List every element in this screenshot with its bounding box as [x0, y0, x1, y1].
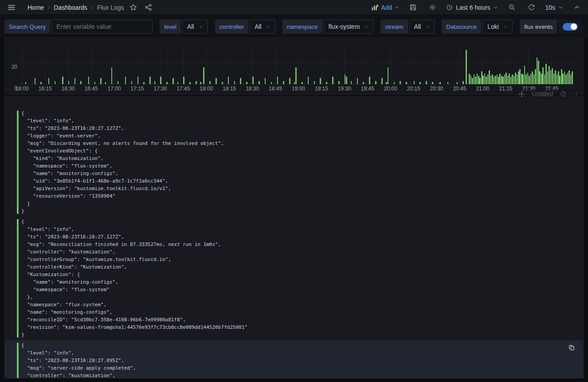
- add-button[interactable]: Add: [371, 4, 399, 11]
- log-volume-bar: [295, 67, 297, 84]
- log-volume-bar: [514, 76, 515, 84]
- log-volume-bar: [125, 77, 126, 84]
- chevron-down-icon: [493, 5, 498, 10]
- log-volume-bar: [561, 69, 562, 84]
- favorite-star-icon[interactable]: [128, 2, 139, 13]
- x-axis-tick-label: 18:45: [269, 86, 282, 92]
- flux-events-label: flux events: [520, 19, 557, 34]
- x-axis-tick-label: 21:00: [476, 86, 489, 92]
- log-volume-bar: [530, 74, 532, 84]
- chevron-down-icon: [394, 5, 399, 10]
- log-volume-bar: [302, 82, 303, 84]
- controller-select[interactable]: All: [250, 19, 275, 34]
- log-volume-bar: [100, 78, 102, 84]
- level-selected-value: All: [187, 23, 194, 30]
- search-query-label: Search Query: [4, 19, 50, 34]
- gridline-vertical: [68, 45, 69, 84]
- toggle-switch[interactable]: [563, 23, 578, 31]
- log-volume-bar: [363, 82, 364, 84]
- log-volume-bar: [252, 77, 254, 84]
- log-volume-bar: [572, 71, 573, 84]
- x-axis-tick-label: 18:00: [200, 86, 213, 92]
- log-volume-bar: [48, 78, 50, 84]
- log-volume-bar: [557, 74, 558, 84]
- log-volume-bar: [570, 74, 572, 84]
- gridline-vertical: [275, 45, 276, 84]
- log-volume-bar: [504, 74, 506, 84]
- log-volume-bar: [535, 69, 536, 84]
- log-volume-bar: [489, 70, 490, 84]
- dashboard-variables-bar: Search Query level All controller All na…: [0, 15, 588, 38]
- stream-select[interactable]: All: [409, 19, 435, 34]
- log-volume-bar: [234, 81, 235, 84]
- log-volume-bar: [283, 81, 284, 84]
- x-axis-tick-label: 20:00: [384, 86, 397, 92]
- add-panel-icon: [371, 4, 379, 11]
- log-volume-bar: [537, 58, 538, 84]
- log-volume-bar: [487, 74, 489, 84]
- log-volume-bar: [545, 64, 547, 84]
- namespace-select[interactable]: flux-system: [324, 19, 374, 34]
- variable-flux-events: flux events: [520, 19, 583, 34]
- log-volume-bar: [35, 78, 36, 84]
- log-volume-bar: [88, 77, 90, 84]
- dashboard-settings-gear-icon[interactable]: [427, 2, 438, 13]
- hamburger-menu-icon[interactable]: [5, 1, 18, 14]
- move-panel-icon[interactable]: [518, 91, 525, 97]
- datasource-select[interactable]: Loki: [482, 19, 513, 34]
- gridline-vertical: [45, 45, 46, 84]
- time-range-picker[interactable]: Last 6 hours: [446, 4, 498, 11]
- log-volume-bar: [200, 82, 201, 84]
- log-volume-bar: [481, 71, 482, 84]
- chart-plot-area[interactable]: [19, 47, 578, 84]
- add-button-label: Add: [381, 4, 392, 11]
- log-volume-bar: [478, 76, 479, 84]
- x-axis: 16:0016:1516:3016:4517:0017:1517:3017:45…: [19, 86, 578, 94]
- log-volume-bar: [463, 81, 464, 84]
- log-volume-bar: [549, 66, 550, 84]
- log-volume-bar: [209, 81, 211, 84]
- panel-menu-kebab-icon[interactable]: [573, 91, 579, 97]
- log-volume-bar: [562, 74, 564, 84]
- gridline-vertical: [321, 45, 322, 84]
- log-row[interactable]: { "level": "info", "ts": "2023-08-23T16:…: [5, 108, 583, 217]
- log-volume-bar: [25, 82, 27, 84]
- log-volume-chart-panel: 020 16:0016:1516:3016:4517:0017:1517:301…: [4, 38, 584, 95]
- log-volume-bar: [386, 82, 387, 84]
- log-row[interactable]: { "level": "info", "ts": "2023-08-23T16:…: [5, 217, 583, 340]
- log-row[interactable]: { "level": "info", "ts": "2023-08-23T16:…: [5, 340, 583, 378]
- save-dashboard-icon[interactable]: [407, 2, 419, 13]
- x-axis-tick-label: 18:15: [223, 86, 236, 92]
- breadcrumb-home[interactable]: Home: [27, 4, 44, 11]
- x-axis-tick-label: 19:15: [315, 86, 328, 92]
- log-volume-bar: [68, 81, 70, 84]
- log-volume-bar: [40, 82, 42, 84]
- chevron-down-icon: [364, 24, 368, 29]
- search-query-input[interactable]: [51, 19, 153, 34]
- clock-icon: [446, 4, 453, 11]
- log-volume-bar: [203, 67, 204, 84]
- refresh-dashboard-icon[interactable]: [525, 2, 537, 13]
- breadcrumb: Home Dashboards Flux Logs: [27, 4, 124, 11]
- toggle-knob: [571, 23, 577, 30]
- share-icon[interactable]: [143, 2, 154, 13]
- level-select[interactable]: All: [182, 19, 208, 34]
- namespace-selected-value: flux-system: [329, 23, 360, 30]
- copy-log-button[interactable]: [565, 341, 578, 354]
- x-axis-tick-label: 16:00: [16, 86, 29, 92]
- log-volume-bar: [482, 76, 484, 84]
- log-volume-bar: [166, 82, 168, 84]
- flux-events-toggle[interactable]: [558, 19, 582, 34]
- breadcrumb-dashboards[interactable]: Dashboards: [54, 4, 87, 11]
- log-volume-bar: [565, 74, 567, 84]
- variable-level: level All: [160, 19, 208, 34]
- log-volume-bar: [510, 77, 512, 84]
- panel-info-icon[interactable]: [560, 91, 566, 97]
- log-volume-bar: [498, 77, 499, 84]
- log-volume-bar: [346, 77, 347, 84]
- top-nav-bar: Home Dashboards Flux Logs Add Last 6 ho: [0, 0, 588, 15]
- log-volume-bar: [486, 77, 487, 84]
- collapse-topbar-chevron-up-icon[interactable]: [571, 2, 583, 13]
- zoom-out-time-icon[interactable]: [506, 2, 517, 13]
- refresh-interval-picker[interactable]: 10s: [545, 4, 563, 11]
